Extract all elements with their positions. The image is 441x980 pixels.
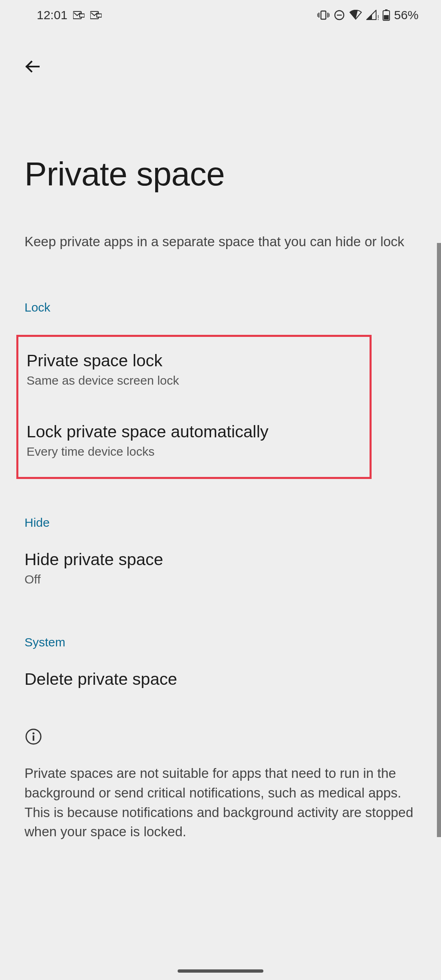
setting-delete-private-space[interactable]: Delete private space xyxy=(0,670,441,689)
section-header-system: System xyxy=(24,635,441,649)
page-title: Private space xyxy=(24,155,441,193)
setting-title: Private space lock xyxy=(27,351,345,370)
setting-subtitle: Every time device locks xyxy=(27,445,345,459)
gesture-nav-handle[interactable] xyxy=(178,969,263,973)
section-header-hide: Hide xyxy=(24,516,441,530)
info-text: Private spaces are not suitable for apps… xyxy=(24,764,416,842)
battery-icon xyxy=(383,9,390,21)
setting-title: Lock private space automatically xyxy=(27,422,345,441)
setting-subtitle: Off xyxy=(24,572,416,586)
status-right: ! 56% xyxy=(317,8,419,22)
outlook-icon-2 xyxy=(90,11,102,20)
setting-hide-private-space[interactable]: Hide private space Off xyxy=(0,550,441,586)
setting-title: Hide private space xyxy=(24,550,416,569)
dnd-icon xyxy=(334,9,345,21)
svg-rect-3 xyxy=(97,14,102,17)
cell-signal-icon: ! xyxy=(366,10,379,20)
outlook-icon-1 xyxy=(73,11,85,20)
svg-rect-17 xyxy=(33,735,34,741)
svg-rect-1 xyxy=(80,14,85,17)
back-button[interactable] xyxy=(16,51,49,83)
section-header-lock: Lock xyxy=(24,301,441,314)
info-icon xyxy=(24,728,416,747)
setting-private-space-lock[interactable]: Private space lock Same as device screen… xyxy=(18,343,370,396)
wifi-icon xyxy=(349,10,362,20)
page-subtitle: Keep private apps in a separate space th… xyxy=(24,232,416,252)
svg-point-16 xyxy=(33,732,35,734)
svg-text:!: ! xyxy=(377,14,379,20)
highlight-annotation: Private space lock Same as device screen… xyxy=(16,335,372,479)
scrollbar[interactable] xyxy=(437,243,441,837)
info-block: Private spaces are not suitable for apps… xyxy=(24,728,416,842)
vibrate-icon xyxy=(317,10,330,20)
status-bar: 12:01 ! 56% xyxy=(0,0,441,26)
status-left: 12:01 xyxy=(37,8,102,22)
arrow-back-icon xyxy=(23,57,42,77)
svg-rect-4 xyxy=(321,11,326,19)
setting-lock-automatically[interactable]: Lock private space automatically Every t… xyxy=(18,414,370,467)
status-time: 12:01 xyxy=(37,8,67,22)
setting-title: Delete private space xyxy=(24,670,416,689)
battery-percent: 56% xyxy=(394,8,419,22)
svg-rect-14 xyxy=(384,15,389,20)
setting-subtitle: Same as device screen lock xyxy=(27,374,345,388)
